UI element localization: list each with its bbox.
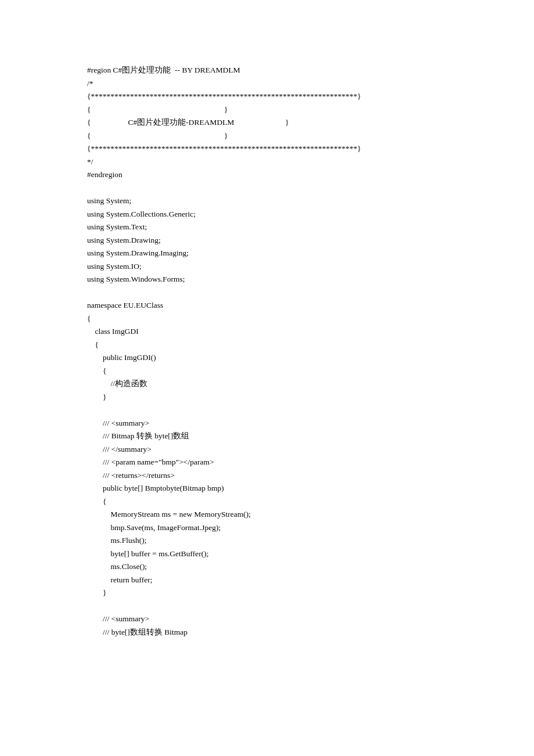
code-line: { } [87, 131, 228, 140]
code-line: using System; [87, 196, 131, 205]
code-line: /// byte[]数组转换 Bitmap [87, 628, 187, 636]
code-line: /// <summary> [87, 614, 149, 623]
code-line: /// Bitmap 转换 byte[]数组 [87, 431, 189, 440]
code-line: {***************************************… [87, 92, 361, 100]
code-line: /// </summary> [87, 445, 151, 453]
code-line: #endregion [87, 170, 122, 179]
code-line: } [87, 588, 106, 597]
code-document: #region C#图片处理功能 -- BY DREAMDLM /* {****… [87, 64, 447, 639]
code-line: namespace EU.EUClass [87, 301, 163, 309]
code-line: { [87, 497, 106, 506]
code-line: using System.Windows.Forms; [87, 275, 185, 283]
code-line: { [87, 340, 99, 349]
code-line: { [87, 366, 106, 375]
code-line: { } [87, 105, 228, 114]
code-line: /* [87, 79, 93, 88]
code-line: using System.Drawing.Imaging; [87, 249, 189, 257]
code-line: { [87, 314, 91, 323]
code-line: class ImgGDI [87, 327, 139, 336]
code-line: using System.Collections.Generic; [87, 210, 196, 218]
code-line: ms.Close(); [87, 562, 147, 571]
code-line: public byte[] Bmptobyte(Bitmap bmp) [87, 484, 224, 492]
code-line: using System.Text; [87, 222, 147, 231]
code-line: {***************************************… [87, 144, 361, 153]
code-line: #region C#图片处理功能 -- BY DREAMDLM [87, 66, 240, 74]
code-line: ms.Flush(); [87, 536, 146, 545]
code-line: return buffer; [87, 575, 153, 584]
code-line: { C#图片处理功能-DREAMDLM } [87, 118, 289, 127]
code-line: */ [87, 157, 93, 166]
code-line: /// <returns></returns> [87, 471, 175, 480]
code-line: using System.IO; [87, 262, 142, 271]
code-line: using System.Drawing; [87, 236, 161, 244]
code-line: } [87, 393, 106, 401]
code-line: /// <summary> [87, 419, 149, 427]
code-line: //构造函数 [87, 379, 147, 388]
code-line: MemoryStream ms = new MemoryStream(); [87, 510, 251, 519]
code-line: /// <param name="bmp"></param> [87, 458, 214, 466]
code-line: bmp.Save(ms, ImageFormat.Jpeg); [87, 523, 221, 532]
code-line: byte[] buffer = ms.GetBuffer(); [87, 549, 209, 558]
code-line: public ImgGDI() [87, 353, 156, 362]
